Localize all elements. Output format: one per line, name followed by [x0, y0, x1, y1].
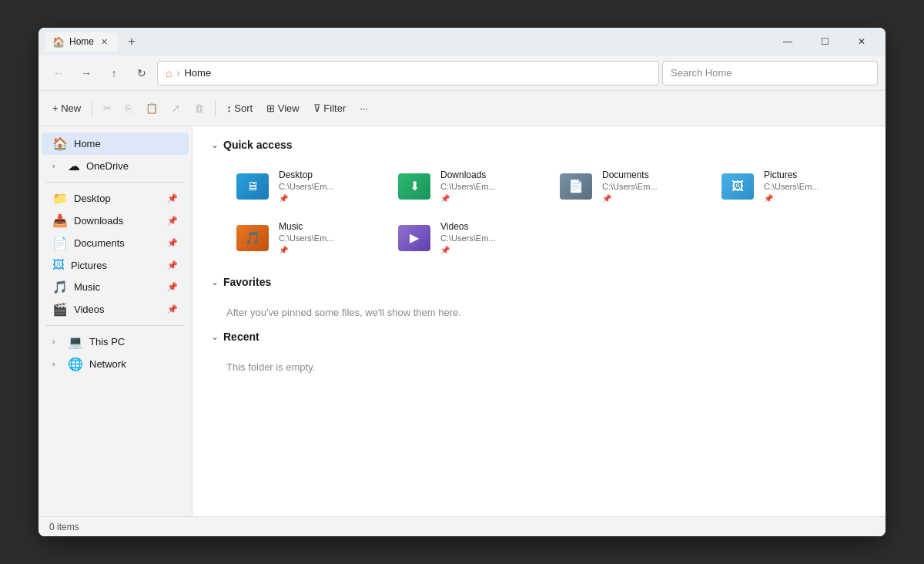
titlebar: 🏠 Home ✕ + — ☐ ✕	[38, 28, 886, 55]
sidebar-item-pictures[interactable]: 🖼 Pictures 📌	[42, 254, 189, 276]
this-pc-chevron-icon: ›	[52, 337, 62, 346]
forward-button[interactable]: →	[74, 61, 99, 86]
tab-label: Home	[69, 36, 94, 47]
paste-button[interactable]: 📋	[139, 96, 164, 121]
sidebar-item-documents[interactable]: 📄 Documents 📌	[42, 232, 189, 254]
favorites-chevron-icon[interactable]: ⌄	[211, 277, 219, 287]
recent-empty-message: This folder is empty.	[211, 355, 867, 385]
onedrive-chevron-icon: ›	[52, 162, 62, 170]
network-chevron-icon: ›	[52, 360, 62, 368]
desktop-folder-path: C:\Users\Em...	[279, 182, 334, 191]
sidebar-item-videos[interactable]: 🎬 Videos 📌	[42, 298, 189, 321]
sidebar-home-label: Home	[74, 138, 101, 149]
share-button[interactable]: ↗	[166, 96, 186, 121]
home-icon: 🏠	[52, 136, 68, 151]
sidebar-pictures-label: Pictures	[71, 260, 107, 271]
quick-access-header: ⌄ Quick access	[211, 139, 867, 151]
delete-button[interactable]: 🗑	[188, 96, 210, 121]
maximize-button[interactable]: ☐	[807, 31, 842, 52]
new-button[interactable]: + New	[46, 96, 87, 121]
sidebar-item-music[interactable]: 🎵 Music 📌	[42, 276, 189, 298]
quick-access-grid: 🖥 Desktop C:\Users\Em... 📌 ⬇	[211, 163, 867, 260]
quick-access-title: Quick access	[223, 139, 293, 151]
sidebar-music-label: Music	[74, 281, 100, 293]
sidebar-item-onedrive[interactable]: › ☁ OneDrive	[42, 155, 189, 177]
home-tab[interactable]: 🏠 Home ✕	[45, 32, 118, 52]
minimize-button[interactable]: —	[770, 31, 805, 52]
window-controls: — ☐ ✕	[770, 31, 879, 52]
copy-button[interactable]: ⎘	[119, 96, 138, 121]
pictures-folder-pin: 📌	[764, 194, 819, 203]
this-pc-icon: 💻	[68, 334, 83, 349]
close-button[interactable]: ✕	[844, 31, 879, 52]
music-folder-inner: 🎵	[236, 225, 269, 251]
sidebar: 🏠 Home › ☁ OneDrive 📁 Desktop 📌 📥 Downlo…	[38, 126, 192, 516]
music-folder-shape: 🎵	[236, 225, 269, 251]
search-input[interactable]: Search Home	[662, 61, 878, 86]
favorites-empty-message: After you've pinned some files, we'll sh…	[211, 300, 867, 331]
sidebar-item-network[interactable]: › 🌐 Network	[42, 353, 189, 375]
documents-folder-icon-wrap: 📄	[557, 171, 594, 202]
pictures-folder-path: C:\Users\Em...	[764, 182, 819, 191]
sidebar-network-label: Network	[89, 358, 126, 370]
folder-item-documents[interactable]: 📄 Documents C:\Users\Em... 📌	[550, 163, 705, 209]
sort-button[interactable]: ↕ Sort	[220, 96, 259, 121]
folder-item-pictures[interactable]: 🖼 Pictures C:\Users\Em... 📌	[711, 163, 867, 209]
sidebar-item-downloads[interactable]: 📥 Downloads 📌	[42, 210, 189, 232]
toolbar-separator-2	[215, 101, 216, 116]
filter-button[interactable]: ⊽ Filter	[307, 96, 353, 121]
folder-item-music[interactable]: 🎵 Music C:\Users\Em... 📌	[226, 215, 382, 260]
documents-folder-inner: 📄	[560, 173, 592, 200]
tab-home-icon: 🏠	[52, 36, 65, 48]
desktop-folder-info: Desktop C:\Users\Em... 📌	[279, 170, 334, 203]
view-button[interactable]: ⊞ View	[260, 96, 306, 121]
recent-chevron-icon[interactable]: ⌄	[211, 331, 219, 342]
path-home-icon: ⌂	[166, 67, 172, 79]
toolbar: + New ✂ ⎘ 📋 ↗ 🗑 ↕ Sort ⊞ View ⊽ Filter ·…	[38, 91, 886, 126]
desktop-folder-pin: 📌	[279, 194, 334, 203]
videos-folder-icon-wrap: ▶	[396, 223, 433, 253]
folder-item-desktop[interactable]: 🖥 Desktop C:\Users\Em... 📌	[226, 163, 382, 209]
refresh-button[interactable]: ↻	[129, 61, 154, 86]
sidebar-divider-2	[46, 325, 184, 326]
back-button[interactable]: ←	[46, 61, 71, 86]
favorites-title: Favorites	[223, 276, 271, 288]
new-tab-button[interactable]: +	[121, 31, 142, 52]
path-text: Home	[184, 67, 211, 79]
documents-folder-name: Documents	[602, 170, 658, 180]
sidebar-divider-1	[46, 182, 184, 183]
sidebar-desktop-label: Desktop	[74, 193, 111, 204]
folder-item-videos[interactable]: ▶ Videos C:\Users\Em... 📌	[388, 215, 544, 260]
music-folder-info: Music C:\Users\Em... 📌	[279, 221, 334, 254]
path-bar[interactable]: ⌂ › Home	[157, 61, 659, 86]
downloads-folder-inner: ⬇	[398, 173, 430, 200]
pictures-folder-name: Pictures	[764, 170, 819, 180]
sidebar-videos-label: Videos	[74, 304, 105, 315]
videos-folder-pin: 📌	[440, 246, 496, 254]
videos-folder-shape: ▶	[398, 225, 430, 251]
videos-folder-name: Videos	[440, 221, 496, 232]
favorites-header: ⌄ Favorites	[211, 276, 867, 288]
pictures-folder-icon-wrap: 🖼	[719, 171, 756, 202]
recent-title: Recent	[223, 331, 259, 343]
videos-folder-icon: 🎬	[52, 302, 68, 317]
pictures-folder-shape: 🖼	[721, 173, 754, 200]
toolbar-separator-1	[92, 101, 92, 116]
tab-close-button[interactable]: ✕	[99, 35, 110, 49]
sidebar-item-this-pc[interactable]: › 💻 This PC	[42, 331, 189, 353]
folder-item-downloads[interactable]: ⬇ Downloads C:\Users\Em... 📌	[388, 163, 544, 209]
sidebar-item-home[interactable]: 🏠 Home	[42, 133, 189, 155]
downloads-folder-name: Downloads	[440, 170, 496, 180]
quick-access-chevron-icon[interactable]: ⌄	[211, 139, 219, 150]
more-button[interactable]: ···	[353, 96, 374, 121]
documents-folder-shape: 📄	[560, 173, 592, 200]
path-chevron-icon: ›	[176, 68, 179, 79]
downloads-folder-icon-wrap: ⬇	[396, 171, 433, 202]
sidebar-item-desktop[interactable]: 📁 Desktop 📌	[42, 187, 189, 210]
desktop-folder-icon: 📁	[52, 191, 68, 206]
onedrive-icon: ☁	[68, 159, 80, 173]
downloads-folder-info: Downloads C:\Users\Em... 📌	[440, 170, 496, 203]
statusbar: 0 items	[38, 516, 886, 536]
cut-button[interactable]: ✂	[97, 96, 118, 121]
up-button[interactable]: ↑	[102, 61, 126, 86]
